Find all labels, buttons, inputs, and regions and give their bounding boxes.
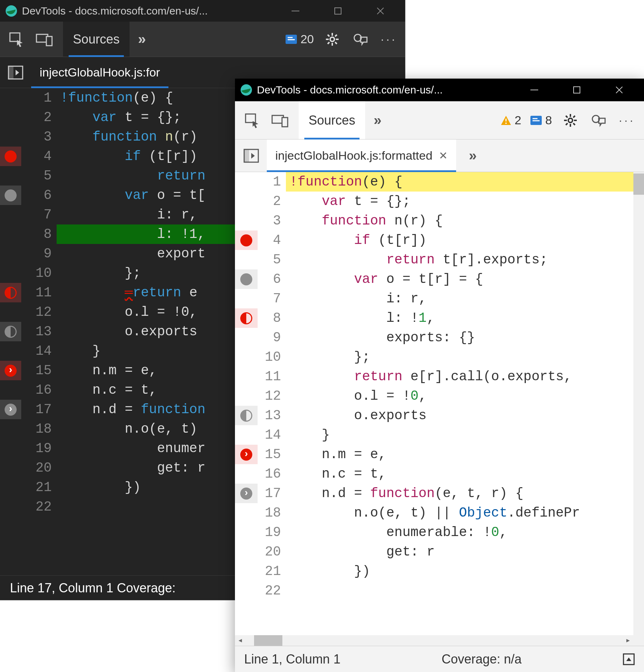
code-line[interactable]: return t[r].exports; (286, 250, 633, 269)
line-number[interactable]: 12 (258, 386, 281, 406)
line-number-gutter[interactable]: 12345678910111213141516171819202122 (21, 88, 57, 575)
breakpoint-gutter[interactable] (235, 172, 258, 635)
breakpoint-marker[interactable] (235, 367, 258, 386)
navigator-toggle-icon[interactable] (241, 146, 261, 166)
scrollbar-thumb[interactable] (254, 635, 282, 646)
code-line[interactable]: }) (286, 562, 633, 581)
feedback-icon[interactable] (589, 110, 609, 130)
line-number[interactable]: 13 (21, 322, 52, 341)
tab-sources[interactable]: Sources (63, 22, 130, 57)
scroll-right-arrow-icon[interactable]: ► (623, 635, 633, 646)
code-line[interactable]: get: r (286, 542, 633, 562)
warnings-counter[interactable]: 2 (500, 113, 521, 127)
line-number[interactable]: 9 (21, 244, 52, 263)
line-number[interactable]: 1 (258, 172, 281, 192)
maximize-button[interactable] (327, 4, 349, 18)
breakpoint-marker[interactable] (235, 406, 258, 425)
breakpoint-marker[interactable] (235, 230, 258, 250)
line-number[interactable]: 16 (21, 380, 52, 400)
line-number[interactable]: 15 (21, 361, 52, 380)
code-line[interactable]: } (286, 425, 633, 445)
line-number[interactable]: 21 (21, 478, 52, 497)
vertical-scrollbar[interactable] (633, 172, 644, 646)
line-number[interactable]: 2 (258, 192, 281, 211)
breakpoint-marker[interactable] (235, 211, 258, 230)
breakpoint-marker[interactable] (235, 172, 258, 192)
more-file-tabs-chevron-icon[interactable]: » (469, 148, 477, 164)
line-number[interactable]: 11 (21, 283, 52, 302)
more-tabs-chevron-icon[interactable]: » (138, 31, 146, 47)
file-tab[interactable]: injectGlobalHook.js:for (31, 57, 168, 88)
breakpoint-marker[interactable] (235, 289, 258, 308)
breakpoint-marker[interactable] (0, 127, 21, 147)
code-line[interactable]: n.c = t, (286, 464, 633, 484)
breakpoint-marker[interactable] (0, 263, 21, 283)
line-number[interactable]: 18 (21, 419, 52, 439)
breakpoint-marker[interactable] (235, 562, 258, 581)
line-number[interactable]: 8 (258, 308, 281, 328)
breakpoint-marker[interactable] (0, 341, 21, 361)
expand-panel-icon[interactable] (623, 653, 635, 665)
breakpoint-marker[interactable] (0, 439, 21, 458)
line-number[interactable]: 21 (258, 562, 281, 581)
breakpoint-marker[interactable] (0, 322, 21, 341)
line-number[interactable]: 19 (21, 439, 52, 458)
line-number[interactable]: 17 (258, 484, 281, 503)
breakpoint-marker[interactable] (235, 484, 258, 503)
settings-gear-icon[interactable] (322, 29, 342, 49)
code-line[interactable]: enumerable: !0, (286, 523, 633, 542)
line-number[interactable]: 7 (258, 289, 281, 308)
breakpoint-marker[interactable] (0, 361, 21, 380)
code-line[interactable]: if (t[r]) (286, 230, 633, 250)
code-line[interactable]: exports: {} (286, 328, 633, 347)
device-toolbar-icon[interactable] (35, 29, 54, 49)
more-tabs-chevron-icon[interactable]: » (374, 112, 381, 128)
line-number[interactable]: 1 (21, 88, 52, 108)
navigator-toggle-icon[interactable] (6, 63, 25, 82)
code-line[interactable]: n.m = e, (286, 445, 633, 464)
breakpoint-marker[interactable] (0, 244, 21, 263)
code-line[interactable]: var t = {}; (286, 192, 633, 211)
breakpoint-marker[interactable] (0, 205, 21, 224)
close-button[interactable] (609, 83, 630, 97)
line-number[interactable]: 13 (258, 406, 281, 425)
breakpoint-marker[interactable] (235, 464, 258, 484)
code-line[interactable]: o.exports (286, 406, 633, 425)
code-line[interactable]: return e[r].call(o.exports, (286, 367, 633, 386)
line-number[interactable]: 4 (21, 147, 52, 166)
line-number[interactable]: 18 (258, 503, 281, 523)
line-number[interactable]: 14 (258, 425, 281, 445)
settings-gear-icon[interactable] (560, 110, 580, 130)
line-number[interactable]: 20 (258, 542, 281, 562)
line-number[interactable]: 22 (258, 581, 281, 600)
breakpoint-marker[interactable] (235, 581, 258, 600)
minimize-button[interactable] (285, 4, 306, 18)
code-line[interactable]: i: r, (286, 289, 633, 308)
breakpoint-marker[interactable] (0, 147, 21, 166)
code-line[interactable]: var o = t[r] = { (286, 269, 633, 289)
line-number[interactable]: 10 (258, 347, 281, 367)
breakpoint-marker[interactable] (0, 224, 21, 244)
line-number[interactable]: 19 (258, 523, 281, 542)
breakpoint-marker[interactable] (0, 88, 21, 108)
line-number[interactable]: 6 (21, 186, 52, 205)
line-number[interactable]: 22 (21, 497, 52, 517)
more-menu-icon[interactable]: ··· (617, 110, 637, 130)
breakpoint-marker[interactable] (235, 347, 258, 367)
line-number[interactable]: 9 (258, 328, 281, 347)
line-number[interactable]: 3 (21, 127, 52, 147)
maximize-button[interactable] (566, 83, 587, 97)
breakpoint-marker[interactable] (235, 250, 258, 269)
line-number[interactable]: 11 (258, 367, 281, 386)
line-number[interactable]: 3 (258, 211, 281, 230)
line-number[interactable]: 16 (258, 464, 281, 484)
breakpoint-marker[interactable] (0, 497, 21, 517)
close-tab-icon[interactable]: ✕ (439, 149, 448, 162)
code-line[interactable]: }; (286, 347, 633, 367)
code-editor[interactable]: 12345678910111213141516171819202122 !fun… (235, 172, 633, 635)
line-number[interactable]: 14 (21, 341, 52, 361)
file-tab[interactable]: injectGlobalHook.js:formatted ✕ (267, 139, 456, 172)
horizontal-scrollbar[interactable]: ◄ ► (235, 635, 633, 646)
inspect-element-icon[interactable] (242, 110, 262, 130)
breakpoint-marker[interactable] (235, 192, 258, 211)
